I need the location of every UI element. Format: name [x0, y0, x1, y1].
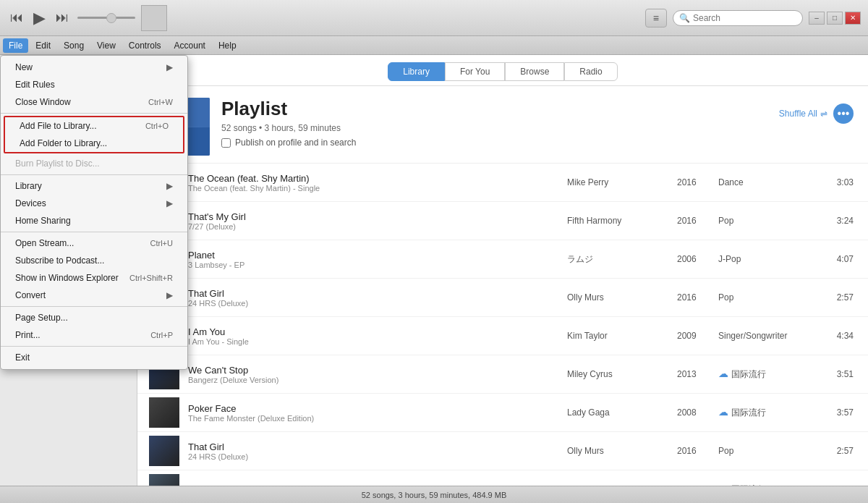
track-genre-3: Pop [718, 292, 812, 303]
track-info-7: That Girl 24 HRS (Deluxe) [188, 441, 558, 461]
menu-devices-arrow: ▶ [166, 198, 173, 208]
track-album-0: The Ocean (feat. Shy Martin) - Single [188, 184, 558, 193]
separator-5 [1, 346, 187, 347]
menu-new[interactable]: New ▶ [1, 59, 187, 76]
menu-account[interactable]: Account [169, 38, 211, 53]
track-duration-4: 4:34 [821, 331, 854, 341]
menu-print[interactable]: Print... Ctrl+P [1, 326, 187, 344]
status-text: 52 songs, 3 hours, 59 minutes, 484.9 MB [362, 491, 507, 499]
status-bar: 52 songs, 3 hours, 59 minutes, 484.9 MB [0, 486, 868, 503]
list-view-button[interactable]: ≡ [645, 9, 667, 28]
track-row[interactable]: Planet 3 Lambsey - EP ラムジ 2006 J-Pop 4:0… [137, 240, 868, 279]
menu-home-sharing[interactable]: Home Sharing [1, 212, 187, 229]
menu-controls[interactable]: Controls [123, 38, 167, 53]
menu-add-file[interactable]: Add File to Library... Ctrl+O [5, 117, 183, 135]
play-button[interactable]: ▶ [30, 7, 48, 29]
track-duration-1: 3:24 [821, 216, 854, 226]
track-row[interactable]: That's My Girl 7/27 (Deluxe) Fifth Harmo… [137, 202, 868, 240]
menu-file[interactable]: File [3, 38, 28, 53]
track-album-2: 3 Lambsey - EP [188, 261, 558, 269]
track-name-3: That Girl [188, 288, 558, 299]
track-art-6 [149, 397, 179, 428]
menu-convert[interactable]: Convert ▶ [1, 287, 187, 304]
shuffle-button[interactable]: Shuffle All ⇌ [779, 109, 827, 119]
menu-close-window[interactable]: Close Window Ctrl+W [1, 93, 187, 111]
track-artist-1: Fifth Harmony [567, 216, 668, 226]
playlist-title: Playlist [221, 98, 767, 120]
menu-add-file-label: Add File to Library... [20, 121, 97, 131]
menu-close-window-shortcut: Ctrl+W [148, 98, 173, 106]
track-row[interactable]: I Am You I Am You - Single Kim Taylor 20… [137, 317, 868, 355]
track-row[interactable]: We Can't Stop Bangerz (Deluxe Version) M… [137, 355, 868, 394]
menu-page-setup[interactable]: Page Setup... [1, 309, 187, 326]
separator-1 [1, 113, 187, 114]
track-album-1: 7/27 (Deluxe) [188, 222, 558, 231]
track-row[interactable]: Poker Face The Fame Monster (Deluxe Edit… [137, 394, 868, 432]
track-name-1: That's My Girl [188, 211, 558, 222]
tab-library[interactable]: Library [388, 62, 445, 81]
tab-browse[interactable]: Browse [505, 62, 564, 81]
maximize-button[interactable]: □ [827, 12, 843, 25]
track-info-3: That Girl 24 HRS (Deluxe) [188, 288, 558, 308]
menu-devices[interactable]: Devices ▶ [1, 195, 187, 212]
tab-for-you[interactable]: For You [445, 62, 505, 81]
track-duration-7: 2:57 [821, 446, 854, 456]
publish-checkbox[interactable] [221, 138, 231, 148]
menu-song[interactable]: Song [58, 38, 90, 53]
volume-slider[interactable] [77, 17, 135, 19]
minimize-button[interactable]: – [809, 12, 825, 25]
menu-subscribe-podcast[interactable]: Subscribe to Podcast... [1, 252, 187, 269]
menu-add-folder[interactable]: Add Folder to Library... [5, 135, 183, 152]
track-info-6: Poker Face The Fame Monster (Deluxe Edit… [188, 403, 558, 423]
track-info-2: Planet 3 Lambsey - EP [188, 250, 558, 269]
shuffle-icon: ⇌ [820, 109, 827, 119]
more-options-button[interactable]: ••• [833, 103, 854, 124]
track-year-0: 2016 [677, 177, 710, 187]
menu-library[interactable]: Library ▶ [1, 177, 187, 195]
playlist-info: Playlist 52 songs • 3 hours, 59 minutes … [221, 98, 767, 148]
menu-library-arrow: ▶ [166, 181, 173, 191]
track-row[interactable]: Love You More Olly Murs 2016 ☁国际流行 3:0? [137, 470, 868, 486]
close-button[interactable]: ✕ [845, 12, 861, 25]
search-box: 🔍 [673, 10, 803, 26]
menu-burn[interactable]: Burn Playlist to Disc... [1, 155, 187, 172]
menu-exit-label: Exit [15, 352, 30, 363]
transport-controls: ⏮ ▶ ⏭ [7, 7, 72, 29]
track-album-3: 24 HRS (Deluxe) [188, 299, 558, 308]
track-row[interactable]: That Girl 24 HRS (Deluxe) Olly Murs 2016… [137, 279, 868, 317]
track-genre-7: Pop [718, 446, 812, 456]
tab-radio[interactable]: Radio [564, 62, 617, 81]
track-row[interactable]: That Girl 24 HRS (Deluxe) Olly Murs 2016… [137, 432, 868, 470]
track-duration-3: 2:57 [821, 292, 854, 303]
menu-open-stream-shortcut: Ctrl+U [150, 239, 173, 248]
next-button[interactable]: ⏭ [53, 9, 72, 27]
menu-exit[interactable]: Exit [1, 349, 187, 366]
file-dropdown-menu: New ▶ Edit Rules Close Window Ctrl+W Add… [0, 55, 188, 370]
menu-edit-rules-label: Edit Rules [15, 80, 55, 90]
menu-open-stream[interactable]: Open Stream... Ctrl+U [1, 234, 187, 252]
cloud-icon-6: ☁ [718, 406, 728, 418]
track-info-5: We Can't Stop Bangerz (Deluxe Version) [188, 365, 558, 384]
menu-edit-rules[interactable]: Edit Rules [1, 76, 187, 93]
playlist-header: Playlist 52 songs • 3 hours, 59 minutes … [137, 86, 868, 164]
menu-burn-label: Burn Playlist to Disc... [15, 158, 100, 169]
search-input[interactable] [693, 13, 794, 23]
menu-show-explorer[interactable]: Show in Windows Explorer Ctrl+Shift+R [1, 269, 187, 287]
toolbar-right: ≡ 🔍 – □ ✕ [645, 9, 861, 28]
menu-help[interactable]: Help [213, 38, 242, 53]
track-name-7: That Girl [188, 441, 558, 452]
track-year-2: 2006 [677, 254, 710, 264]
menu-add-file-shortcut: Ctrl+O [145, 122, 169, 130]
menu-view[interactable]: View [91, 38, 122, 53]
track-info-4: I Am You I Am You - Single [188, 326, 558, 346]
track-album-7: 24 HRS (Deluxe) [188, 452, 558, 461]
track-year-3: 2016 [677, 292, 710, 303]
tab-bar: Library For You Browse Radio [137, 55, 868, 86]
track-duration-6: 3:57 [821, 407, 854, 418]
track-year-5: 2013 [677, 369, 710, 379]
menu-edit[interactable]: Edit [30, 38, 56, 53]
track-row[interactable]: The Ocean (feat. Shy Martin) The Ocean (… [137, 164, 868, 202]
prev-button[interactable]: ⏮ [7, 9, 26, 27]
track-year-6: 2008 [677, 407, 710, 418]
track-genre-4: Singer/Songwriter [718, 331, 812, 341]
